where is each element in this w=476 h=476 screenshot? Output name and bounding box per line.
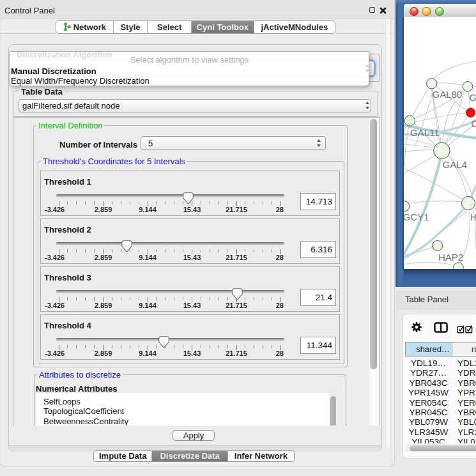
svg-text:HAP2: HAP2: [438, 252, 463, 263]
svg-text:GCY1: GCY1: [404, 211, 429, 222]
svg-text:GA: GA: [470, 92, 476, 103]
svg-text:CD: CD: [472, 118, 476, 129]
svg-text:GAL80: GAL80: [433, 89, 463, 100]
svg-text:HA: HA: [470, 211, 476, 222]
svg-text:GAL11: GAL11: [410, 127, 440, 138]
svg-text:GAL4: GAL4: [443, 159, 467, 170]
